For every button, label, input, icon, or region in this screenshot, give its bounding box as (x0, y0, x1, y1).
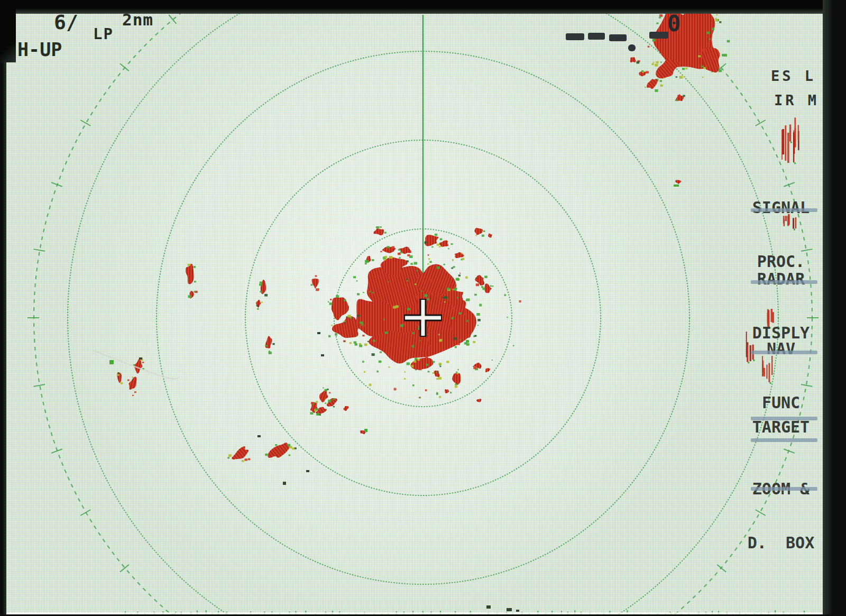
bearing-value: 0 (667, 11, 681, 36)
status-interference-rejection: IR M (774, 92, 819, 108)
status-echo-stretch: ES L (771, 68, 816, 84)
menu-separator (751, 417, 817, 420)
radar-console: { "hud": { "preset": "6/", "pulse": "LP"… (0, 0, 846, 616)
hud-preset: 6/ (54, 11, 78, 34)
menu-separator (751, 280, 817, 284)
bearing-dash (649, 32, 668, 39)
menu-separator (751, 351, 817, 354)
bearing-dash (609, 34, 627, 41)
hud-pulse-length: LP (93, 25, 114, 43)
plan-position-indicator[interactable] (0, 0, 846, 616)
radar-echoes (109, 5, 805, 616)
heading-line (423, 15, 424, 318)
bezel-right (823, 0, 846, 616)
menu-separator (751, 208, 817, 212)
menu-item-label: SIGNAL (741, 199, 821, 217)
menu-separator (751, 487, 817, 491)
bezel-top (0, 0, 846, 14)
menu-separator (751, 438, 817, 442)
bezel-corner (0, 0, 16, 62)
hud-orientation: H-UP (17, 39, 62, 60)
bezel-left (0, 0, 6, 616)
menu-item-label: D. BOX (741, 534, 821, 552)
bearing-dash (588, 33, 605, 40)
menu-item-zoom-dbox[interactable]: ZOOM & D. BOX (741, 444, 821, 570)
bearing-dot (628, 44, 636, 51)
menu-item-label: TARGET (741, 418, 821, 436)
bearing-dash (566, 33, 584, 40)
menu-item-label: NAV (741, 340, 821, 358)
menu-item-label: RADAR (741, 270, 821, 288)
